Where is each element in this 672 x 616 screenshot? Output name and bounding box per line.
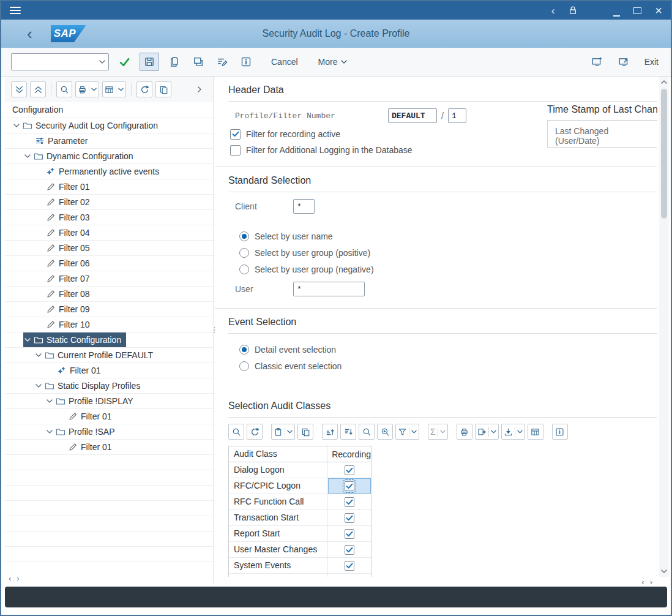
- radio-icon[interactable]: [239, 265, 249, 274]
- chevron-down-icon[interactable]: [24, 154, 31, 158]
- layout-button[interactable]: [528, 424, 543, 440]
- find-button[interactable]: [228, 424, 244, 440]
- tree-item[interactable]: Profile !DISPLAY: [5, 394, 214, 409]
- tree-item[interactable]: Filter 02: [5, 195, 214, 210]
- audit-class-cell[interactable]: User Master Changes: [229, 542, 328, 557]
- radio-icon[interactable]: [239, 231, 249, 241]
- radio-option[interactable]: Select by user group (negative): [239, 261, 657, 277]
- chevron-down-icon[interactable]: [35, 384, 42, 388]
- recording-cell[interactable]: [328, 558, 371, 573]
- minimize-icon[interactable]: [613, 6, 620, 16]
- user-input[interactable]: [293, 282, 365, 296]
- collapse-all-button[interactable]: [11, 81, 27, 97]
- recording-cell[interactable]: [328, 494, 371, 509]
- sort-ascending-button[interactable]: [322, 424, 338, 440]
- audit-class-cell[interactable]: Dialog Logon: [229, 462, 328, 478]
- tree-item[interactable]: Filter 04: [5, 225, 214, 241]
- checkbox[interactable]: [345, 513, 354, 523]
- column-header-audit-class[interactable]: Audit Class: [229, 446, 327, 462]
- menu-icon[interactable]: [10, 7, 21, 14]
- client-input[interactable]: [293, 199, 315, 214]
- tree-item[interactable]: Filter 06: [5, 256, 214, 271]
- audit-class-cell[interactable]: System Events: [229, 558, 328, 573]
- audit-class-cell[interactable]: Report Start: [229, 526, 328, 541]
- info-button[interactable]: [237, 53, 255, 71]
- copy-button[interactable]: [155, 81, 171, 97]
- chevron-down-icon[interactable]: [47, 430, 53, 434]
- total-button[interactable]: Σ: [428, 424, 448, 440]
- recording-cell[interactable]: [328, 542, 371, 557]
- header-back-button[interactable]: ‹: [27, 26, 32, 42]
- radio-option[interactable]: Classic event selection: [239, 358, 657, 374]
- scrollbar-thumb[interactable]: [661, 89, 667, 219]
- chevron-down-icon[interactable]: [24, 338, 31, 342]
- cancel-button[interactable]: Cancel: [269, 57, 301, 67]
- checkbox[interactable]: [230, 129, 241, 140]
- recording-cell[interactable]: [328, 510, 371, 525]
- chevron-down-icon[interactable]: [13, 124, 20, 127]
- tree-item[interactable]: Filter 08: [5, 287, 214, 302]
- checkbox[interactable]: [230, 145, 241, 156]
- audit-class-cell[interactable]: Other Events: [229, 574, 328, 577]
- tree-item[interactable]: Filter 03: [5, 210, 214, 225]
- print-button[interactable]: [457, 424, 472, 440]
- print-button[interactable]: [75, 81, 99, 97]
- command-input[interactable]: [12, 58, 96, 67]
- scroll-up-button[interactable]: [659, 78, 669, 86]
- tree-item[interactable]: Static Configuration: [5, 332, 214, 348]
- tree-item[interactable]: Filter 01: [5, 363, 214, 378]
- tree-item[interactable]: Filter 09: [5, 302, 214, 317]
- tree-item[interactable]: Filter 07: [5, 271, 214, 287]
- recording-cell[interactable]: [328, 526, 371, 541]
- cascade-windows-button[interactable]: [190, 53, 207, 71]
- audit-class-cell[interactable]: RFC Function Call: [229, 494, 328, 509]
- expand-all-button[interactable]: [30, 81, 46, 97]
- tree-item[interactable]: Permanently active events: [5, 164, 214, 179]
- tree-item[interactable]: Filter 01: [5, 440, 214, 455]
- back-icon[interactable]: ‹: [551, 6, 555, 16]
- vertical-scrollbar[interactable]: [659, 77, 669, 577]
- checkbox[interactable]: [345, 545, 354, 555]
- filter-button[interactable]: [395, 424, 419, 440]
- scroll-right-button[interactable]: ›: [17, 574, 19, 582]
- paste-button[interactable]: [271, 424, 295, 440]
- tree-item[interactable]: Profile !SAP: [5, 424, 214, 440]
- column-header-recording[interactable]: Recording: [327, 449, 371, 459]
- checkbox[interactable]: [345, 497, 354, 507]
- tree-item[interactable]: Current Profile DEFAULT: [5, 348, 214, 363]
- checkbox[interactable]: [345, 465, 354, 475]
- chevron-down-icon[interactable]: [47, 399, 53, 403]
- find-button[interactable]: [359, 424, 375, 440]
- tree-item[interactable]: Filter 10: [5, 317, 214, 332]
- command-field[interactable]: [11, 53, 109, 70]
- new-session-button[interactable]: [588, 53, 605, 71]
- scroll-left-button[interactable]: ‹: [641, 578, 644, 586]
- command-dropdown-button[interactable]: [96, 60, 108, 64]
- refresh-button[interactable]: [136, 81, 152, 97]
- scroll-left-button[interactable]: ‹: [9, 574, 11, 582]
- checkbox[interactable]: [345, 481, 354, 491]
- checkbox[interactable]: [345, 561, 354, 571]
- chevron-down-icon[interactable]: [35, 353, 42, 357]
- download-button[interactable]: [501, 424, 525, 440]
- radio-option[interactable]: Detail event selection: [239, 341, 657, 358]
- copy-profile-button[interactable]: [166, 53, 183, 71]
- layout-button[interactable]: [102, 81, 126, 97]
- save-button[interactable]: [140, 53, 159, 71]
- toolbar-overflow-button[interactable]: [192, 81, 207, 97]
- radio-icon[interactable]: [239, 345, 249, 355]
- recording-cell[interactable]: [328, 462, 371, 478]
- audit-class-cell[interactable]: RFC/CPIC Logon: [229, 478, 328, 494]
- tree-item[interactable]: Filter 05: [5, 241, 214, 256]
- open-session-button[interactable]: [615, 53, 632, 71]
- scroll-right-button[interactable]: ›: [650, 578, 652, 586]
- export-button[interactable]: [475, 424, 499, 440]
- close-icon[interactable]: ×: [655, 4, 662, 17]
- scroll-down-button[interactable]: [659, 567, 669, 576]
- edit-list-button[interactable]: [214, 53, 231, 71]
- radio-option[interactable]: Select by user name: [239, 228, 657, 244]
- checkbox[interactable]: [345, 529, 354, 539]
- exit-button[interactable]: Exit: [642, 57, 661, 67]
- tree-item[interactable]: Filter 01: [5, 179, 214, 195]
- radio-icon[interactable]: [239, 361, 249, 371]
